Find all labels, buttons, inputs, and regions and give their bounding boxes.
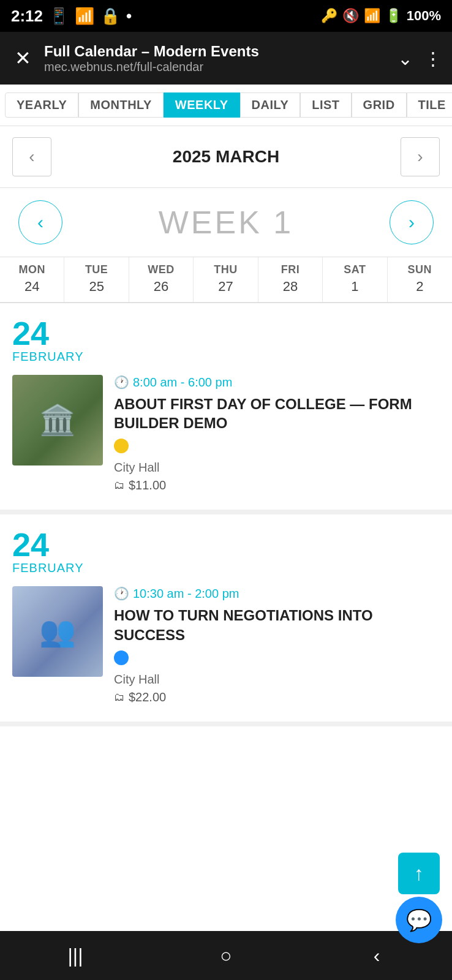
event-title-1: ABOUT FIRST DAY OF COLLEGE — FORM BUILDE…: [114, 394, 440, 432]
browser-url-area: Full Calendar – Modern Events mec.webnus…: [44, 43, 389, 74]
status-bar: 2:12 📱 📶 🔒 • 🔑 🔇 📶 🔋 100%: [0, 0, 452, 32]
chat-icon: 💬: [406, 908, 432, 932]
battery-percent: 100%: [407, 8, 441, 24]
day-col-tue: TUE 25: [64, 257, 129, 302]
event-price-text-1: $11.00: [129, 478, 166, 492]
event-dot-1: [114, 439, 129, 453]
event-date-1: 24: [12, 317, 440, 350]
days-header: MON 24 TUE 25 WED 26 THU 27 FRI 28 SAT 1…: [0, 257, 452, 303]
event-section-2: 24 FEBRUARY 🕐 10:30 am - 2:00 pm HOW TO …: [0, 514, 452, 726]
day-col-sun: SUN 2: [388, 257, 452, 302]
clock-icon-1: 🕐: [114, 375, 129, 390]
tab-yearly[interactable]: YEARLY: [5, 92, 78, 118]
day-name-mon: MON: [2, 263, 61, 276]
wallet-icon-1: 🗂: [114, 479, 125, 492]
chat-button[interactable]: 💬: [396, 897, 442, 943]
tab-tile[interactable]: TILE: [407, 92, 452, 118]
event-thumbnail-2: [12, 586, 103, 677]
day-name-wed: WED: [132, 263, 190, 276]
event-month-1: FEBRUARY: [12, 350, 440, 364]
next-month-button[interactable]: ›: [401, 137, 440, 176]
mute-icon: 🔇: [342, 8, 359, 24]
browser-close-button[interactable]: ✕: [10, 45, 36, 71]
event-time-1: 🕐 8:00 am - 6:00 pm: [114, 375, 440, 390]
prev-month-button[interactable]: ‹: [12, 137, 51, 176]
tab-daily[interactable]: DAILY: [240, 92, 301, 118]
event-price-1: 🗂 $11.00: [114, 478, 440, 492]
signal-icon: 📶: [75, 7, 94, 26]
month-navigation: ‹ 2025 MARCH ›: [0, 126, 452, 188]
browser-title: Full Calendar – Modern Events: [44, 43, 389, 60]
event-info-1: 🕐 8:00 am - 6:00 pm ABOUT FIRST DAY OF C…: [114, 375, 440, 492]
status-left: 2:12 📱 📶 🔒 •: [11, 7, 132, 26]
notification-dot: •: [126, 7, 132, 26]
browser-actions: ⌄ ⋮: [397, 48, 442, 69]
event-thumbnail-1: [12, 375, 103, 466]
day-col-wed: WED 26: [129, 257, 194, 302]
nav-recent-apps-button[interactable]: |||: [51, 931, 100, 980]
battery-icon: 🔋: [385, 8, 402, 24]
wifi-icon: 📶: [364, 8, 380, 24]
day-col-fri: FRI 28: [258, 257, 323, 302]
week-label: WEEK 1: [159, 204, 294, 241]
month-title: 2025 MARCH: [173, 147, 279, 167]
tab-grid[interactable]: GRID: [352, 92, 407, 118]
event-location-2: City Hall: [114, 673, 440, 687]
day-name-sat: SAT: [325, 263, 384, 276]
event-location-1: City Hall: [114, 461, 440, 475]
day-num-thu: 27: [196, 279, 255, 295]
key-icon: 🔑: [321, 8, 337, 24]
event-month-2: FEBRUARY: [12, 561, 440, 575]
event-time-2: 🕐 10:30 am - 2:00 pm: [114, 586, 440, 601]
browser-bar: ✕ Full Calendar – Modern Events mec.webn…: [0, 32, 452, 85]
event-date-2: 24: [12, 528, 440, 561]
event-info-2: 🕐 10:30 am - 2:00 pm HOW TO TURN NEGOTIA…: [114, 586, 440, 704]
status-time: 2:12: [11, 7, 43, 26]
bottom-nav: ||| ○ ‹: [0, 931, 452, 980]
day-name-sun: SUN: [390, 263, 450, 276]
prev-week-button[interactable]: ‹: [18, 200, 62, 244]
browser-menu-icon[interactable]: ⋮: [424, 48, 442, 69]
event-price-2: 🗂 $22.00: [114, 690, 440, 704]
view-selector: YEARLY MONTHLY WEEKLY DAILY LIST GRID TI…: [0, 85, 452, 126]
next-week-button[interactable]: ›: [390, 200, 434, 244]
day-num-sun: 2: [390, 279, 450, 295]
scroll-top-button[interactable]: ↑: [398, 853, 440, 894]
event-time-text-1: 8:00 am - 6:00 pm: [133, 375, 232, 390]
lock-icon: 🔒: [100, 7, 120, 26]
week-navigation: ‹ WEEK 1 ›: [0, 188, 452, 257]
event-card-1[interactable]: 🕐 8:00 am - 6:00 pm ABOUT FIRST DAY OF C…: [12, 375, 440, 492]
event-dot-2: [114, 650, 129, 665]
status-right: 🔑 🔇 📶 🔋 100%: [321, 8, 441, 24]
day-name-fri: FRI: [261, 263, 320, 276]
nav-back-button[interactable]: ‹: [352, 931, 401, 980]
event-card-2[interactable]: 🕐 10:30 am - 2:00 pm HOW TO TURN NEGOTIA…: [12, 586, 440, 704]
wallet-icon-2: 🗂: [114, 691, 125, 704]
day-name-tue: TUE: [67, 263, 126, 276]
browser-chevron-icon[interactable]: ⌄: [397, 48, 413, 69]
day-num-wed: 26: [132, 279, 190, 295]
tab-monthly[interactable]: MONTHLY: [78, 92, 164, 118]
day-num-fri: 28: [261, 279, 320, 295]
tab-list[interactable]: LIST: [300, 92, 351, 118]
day-col-mon: MON 24: [0, 257, 64, 302]
scroll-top-arrow-icon: ↑: [414, 862, 424, 885]
day-col-sat: SAT 1: [323, 257, 387, 302]
day-num-mon: 24: [2, 279, 61, 295]
day-col-thu: THU 27: [194, 257, 258, 302]
clock-icon-2: 🕐: [114, 586, 129, 601]
tab-weekly[interactable]: WEEKLY: [164, 92, 240, 118]
event-section-1: 24 FEBRUARY 🕐 8:00 am - 6:00 pm ABOUT FI…: [0, 303, 452, 514]
day-num-tue: 25: [67, 279, 126, 295]
event-price-text-2: $22.00: [129, 690, 166, 704]
event-time-text-2: 10:30 am - 2:00 pm: [133, 587, 239, 601]
event-title-2: HOW TO TURN NEGOTIATIONS INTO SUCCESS: [114, 606, 440, 644]
browser-url: mec.webnus.net/full-calendar: [44, 60, 389, 74]
whatsapp-icon: 📱: [49, 7, 69, 26]
day-num-sat: 1: [325, 279, 384, 295]
day-name-thu: THU: [196, 263, 255, 276]
nav-home-button[interactable]: ○: [202, 931, 250, 980]
